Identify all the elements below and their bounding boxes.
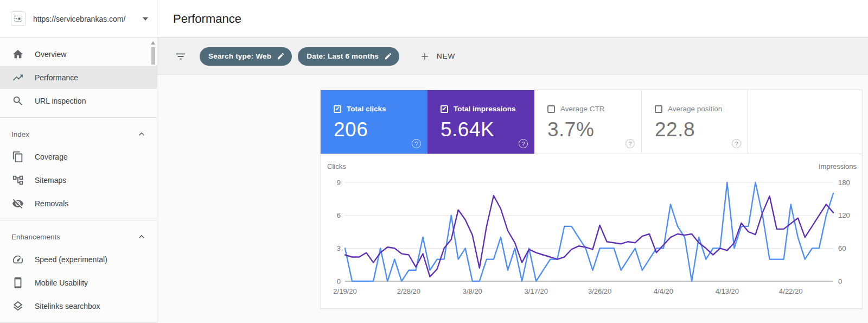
metric-value: 5.64K [441,118,534,141]
sidebar-item-mobile-usability[interactable]: Mobile Usability [0,271,157,294]
sidebar-item-performance[interactable]: Performance [0,66,157,89]
metric-average-position[interactable]: Average position 22.8 ? [641,90,748,154]
sidebar-item-overview[interactable]: Overview [0,42,157,66]
edit-pencil-icon[interactable] [277,52,285,60]
help-icon[interactable]: ? [626,139,635,148]
sidebar-item-sitemaps[interactable]: Sitemaps [0,168,157,192]
metric-value: 3.7% [547,118,641,141]
property-url: https://servicebrankas.com/ [33,15,138,23]
page-title: Performance [173,12,241,26]
scrollbar-thumb[interactable] [151,47,155,65]
sidebar-item-removals[interactable]: Removals [0,192,157,215]
sidebar-nav: Overview Performance URL inspection Inde… [0,38,157,323]
total-clicks-line [345,182,833,281]
checkbox-unchecked-icon[interactable] [655,105,662,113]
layers-icon [12,300,24,312]
filter-chip-search-type[interactable]: Search type: Web [200,47,292,66]
chart-area: 9180612036000ClicksImpressions2/19/202/2… [321,154,862,308]
svg-text:Impressions: Impressions [819,162,857,170]
checkbox-unchecked-icon[interactable] [547,105,555,113]
total-impressions-line [345,195,833,277]
sidebar-scrollbar [150,41,156,65]
removals-eye-off-icon [12,198,24,210]
home-icon [12,48,24,60]
help-icon[interactable]: ? [519,139,528,148]
property-selector[interactable]: https://servicebrankas.com/ [0,0,157,38]
svg-text:3/17/20: 3/17/20 [524,287,547,295]
filter-bar: Search type: Web Date: Last 6 months NEW [157,38,868,75]
help-icon[interactable]: ? [732,139,741,148]
content: ✔ Total clicks 206 ? ✔ Total impressions… [157,75,868,323]
section-header-enhancements: Enhancements [0,220,157,248]
metric-average-ctr[interactable]: Average CTR 3.7% ? [534,90,641,154]
svg-text:9: 9 [337,179,341,187]
svg-text:4/13/20: 4/13/20 [716,287,739,295]
svg-text:6: 6 [337,211,341,219]
svg-text:180: 180 [838,179,850,187]
scroll-up-arrow[interactable] [151,41,155,45]
plus-icon [419,51,430,62]
svg-text:3: 3 [337,244,341,252]
performance-trending-up-icon [12,72,24,84]
search-icon [12,95,24,107]
main-header: Performance [157,0,868,38]
svg-text:Clicks: Clicks [327,162,346,170]
performance-line-chart[interactable]: 9180612036000ClicksImpressions2/19/202/2… [321,154,863,308]
svg-text:0: 0 [337,277,341,286]
url-prefix-property-icon [11,11,25,26]
metric-value: 22.8 [655,118,748,141]
dropdown-caret-icon [143,17,148,21]
svg-text:2/19/20: 2/19/20 [333,287,356,295]
chevron-up-icon[interactable] [136,129,147,140]
sitemaps-tree-icon [12,174,24,186]
metric-total-clicks[interactable]: ✔ Total clicks 206 ? [321,90,427,154]
sidebar-item-url-inspection[interactable]: URL inspection [0,89,157,112]
app: https://servicebrankas.com/ Overview Per… [0,0,868,323]
checkbox-checked-icon[interactable]: ✔ [441,105,448,113]
svg-text:3/8/20: 3/8/20 [463,287,482,295]
svg-text:60: 60 [838,244,846,252]
edit-pencil-icon[interactable] [384,52,392,60]
filter-list-icon[interactable] [175,50,187,62]
coverage-pages-icon [12,151,24,163]
help-icon[interactable]: ? [412,139,421,148]
filter-chip-date[interactable]: Date: Last 6 months [298,47,399,66]
metrics-row: ✔ Total clicks 206 ? ✔ Total impressions… [321,90,862,154]
sidebar-item-sitelinks-searchbox[interactable]: Sitelinks searchbox [0,294,157,318]
checkbox-checked-icon[interactable]: ✔ [334,105,341,113]
svg-text:120: 120 [838,211,850,219]
sidebar-item-coverage[interactable]: Coverage [0,145,157,168]
metrics-filler [748,90,862,154]
performance-card: ✔ Total clicks 206 ? ✔ Total impressions… [320,90,863,309]
sidebar: https://servicebrankas.com/ Overview Per… [0,0,157,323]
section-header-index: Index [0,118,157,145]
svg-text:4/4/20: 4/4/20 [654,287,673,295]
sidebar-item-speed[interactable]: Speed (experimental) [0,248,157,271]
smartphone-icon [12,277,24,289]
metric-total-impressions[interactable]: ✔ Total impressions 5.64K ? [427,90,534,154]
metric-value: 206 [334,118,427,141]
chevron-up-icon[interactable] [136,231,147,242]
speed-gauge-icon [12,254,24,265]
svg-text:4/22/20: 4/22/20 [779,287,802,295]
svg-text:2/28/20: 2/28/20 [397,287,420,295]
main: Performance Search type: Web Date: Last … [157,0,868,323]
svg-text:0: 0 [838,277,842,286]
new-filter-button[interactable]: NEW [419,51,455,62]
svg-text:3/26/20: 3/26/20 [588,287,611,295]
